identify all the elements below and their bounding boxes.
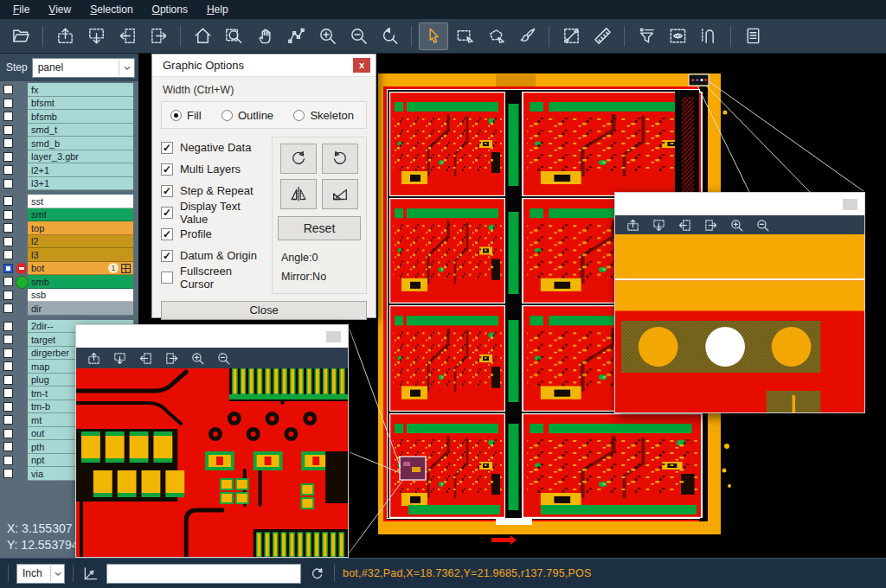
layer-visibility-checkbox[interactable] [3,125,13,135]
layer-row-l2[interactable]: l2 [0,235,138,249]
checkbox-box[interactable]: ✓ [161,142,173,154]
popup-pan-right-button[interactable] [700,216,721,233]
popup-pan-left-button[interactable] [135,349,156,367]
popup-window-button[interactable] [843,199,857,210]
layer-visibility-checkbox[interactable] [3,429,13,438]
layer-name[interactable]: l3 [28,248,133,262]
popup-window-button[interactable] [326,331,341,342]
pan-hand-button[interactable] [250,22,279,50]
layer-visibility-checkbox[interactable] [3,361,13,371]
layer-name[interactable]: bfsmt [28,97,133,111]
checkbox-fullscreen-cursor[interactable]: Fullscreen Cursor [161,266,266,288]
layer-name[interactable]: smd_b [28,137,133,150]
open-file-button[interactable] [6,22,35,50]
layer-visibility-checkbox[interactable] [3,456,13,465]
layer-row-dir[interactable]: dir [0,302,138,316]
menu-item-selection[interactable]: Selection [80,2,142,17]
layer-visibility-checkbox[interactable] [3,335,13,344]
layer-name[interactable]: l3+1 [28,177,133,191]
layer-visibility-checkbox[interactable] [3,348,13,358]
checkbox-box[interactable]: ✓ [161,228,173,240]
checkbox-multi-layers[interactable]: ✓Multi Layers [161,158,266,180]
popup-pan-down-button[interactable] [109,349,130,367]
layer-name[interactable]: smt [28,208,133,222]
layer-row-bfsmt[interactable]: bfsmt [0,97,138,111]
layer-row-bot[interactable]: bot1 [0,262,138,276]
menu-item-view[interactable]: View [39,2,80,17]
dialog-close-button[interactable]: x [353,58,370,73]
layer-visibility-checkbox[interactable] [3,196,13,206]
layer-row-smd_t[interactable]: smd_t [0,124,138,137]
layer-name[interactable]: smb [28,275,133,289]
layer-row-l2+1[interactable]: l2+1 [0,163,138,177]
layer-visibility-checkbox[interactable] [3,250,13,259]
brush-button[interactable] [512,22,542,50]
home-view-button[interactable] [188,22,217,50]
layer-visibility-checkbox[interactable] [3,388,13,398]
layer-visibility-checkbox[interactable] [3,223,13,233]
layer-visibility-checkbox[interactable] [3,442,13,451]
rect-select-button[interactable] [450,22,479,50]
layer-row-fx[interactable]: fx [0,83,138,97]
layer-row-l3[interactable]: l3 [0,248,138,262]
flip-vertical-button[interactable] [322,179,358,209]
layer-visibility-checkbox[interactable] [3,85,13,94]
layer-name[interactable]: ssb [28,289,133,303]
popup-title-bar[interactable] [76,325,348,348]
radio-outline[interactable]: Outline [222,109,273,122]
close-button[interactable]: Close [161,301,367,320]
unit-select[interactable]: Inch [16,564,65,584]
layer-row-sst[interactable]: sst [0,195,138,208]
checkbox-box[interactable]: ✓ [161,185,173,197]
layer-visibility-checkbox[interactable] [3,375,13,385]
layer-name[interactable]: bot1 [28,262,133,276]
checkbox-profile[interactable]: ✓Profile [161,223,266,245]
pan-left-button[interactable] [112,22,142,50]
layer-visibility-checkbox[interactable] [3,237,13,246]
layer-visibility-checkbox[interactable] [3,210,13,220]
layer-visibility-checkbox[interactable] [3,291,13,300]
popup-pan-up-button[interactable] [83,349,104,367]
layer-row-smd_b[interactable]: smd_b [0,137,138,150]
layer-visibility-checkbox[interactable] [3,99,13,108]
zoomed-pcb-detail-right[interactable] [615,234,864,412]
layer-name[interactable]: layer_3.gbr [28,150,133,164]
layer-row-top[interactable]: top [0,221,138,235]
trace-loop-button[interactable] [694,22,723,50]
popup-title-bar[interactable] [615,193,864,215]
layer-name[interactable]: bfsmb [28,110,133,124]
ruler-button[interactable] [587,22,617,50]
menu-item-help[interactable]: Help [197,2,238,17]
measure-diagonal-button[interactable] [556,22,586,50]
popup-zoom-out-button[interactable] [752,216,773,233]
layer-row-bfsmb[interactable]: bfsmb [0,110,138,124]
layer-name[interactable]: sst [28,195,133,208]
popup-pan-down-button[interactable] [648,216,669,233]
pan-right-button[interactable] [144,22,173,50]
checkbox-box[interactable]: ✓ [161,250,173,262]
route-measure-button[interactable] [281,22,311,50]
checkbox-box[interactable]: ✓ [161,163,173,176]
checkbox-step-repeat[interactable]: ✓Step & Repeat [161,180,266,201]
popup-zoom-out-button[interactable] [213,349,234,367]
rotate-cw-button[interactable] [280,144,317,174]
command-input[interactable] [106,564,301,584]
layer-row-l3+1[interactable]: l3+1 [0,177,138,191]
layer-visibility-checkbox[interactable] [3,165,13,175]
select-button[interactable] [419,22,448,50]
refresh-icon[interactable] [308,565,326,583]
checkbox-box[interactable]: ✓ [161,207,173,219]
reset-button[interactable]: Reset [278,216,361,240]
layer-row-smb[interactable]: smb [0,275,138,289]
dialog-title-bar[interactable]: Graphic Options x [152,54,376,77]
popup-pan-left-button[interactable] [674,216,695,233]
checkbox-datum-origin[interactable]: ✓Datum & Origin [161,245,266,266]
step-select[interactable]: panel [32,58,135,78]
pan-down-button[interactable] [81,22,111,50]
checkbox-negative-data[interactable]: ✓Negative Data [161,137,266,158]
layer-visibility-checkbox[interactable] [3,415,13,425]
radio-fill[interactable]: Fill [170,109,202,122]
rotate-ccw-button[interactable] [322,144,358,174]
layer-name[interactable]: dir [28,302,133,316]
layer-name[interactable]: l2+1 [28,163,133,177]
